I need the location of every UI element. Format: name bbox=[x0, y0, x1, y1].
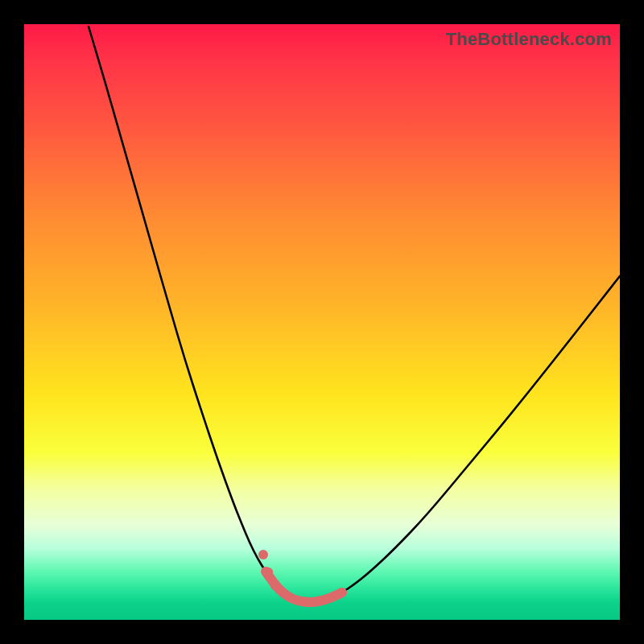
red-dot-c bbox=[270, 580, 281, 591]
red-dot-b bbox=[263, 568, 273, 577]
chart-area: TheBottleneck.com bbox=[24, 24, 620, 620]
red-dot-a bbox=[258, 550, 268, 559]
black-curve bbox=[89, 27, 620, 602]
curve-layer bbox=[24, 24, 620, 620]
